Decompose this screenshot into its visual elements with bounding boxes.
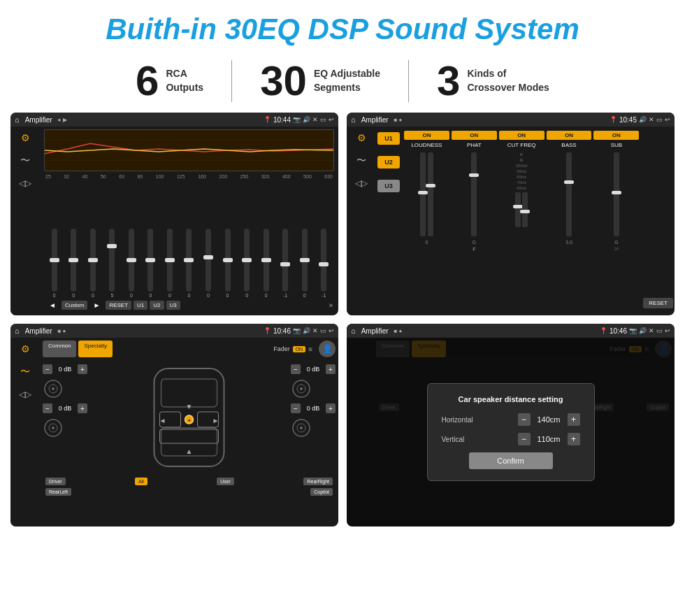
right-db-val-1: 0 dB [303,366,324,373]
dialog-home-icon: ⌂ [351,327,356,335]
crossover-vol-ctrl-icon[interactable]: ◁▷ [355,178,368,188]
crossover-content: ⚙ 〜 ◁▷ U1 U2 U3 ON LOUDNESS [347,127,675,315]
fader-user-icon[interactable]: 👤 [319,341,336,357]
eq-cam-icon: 📷 [293,116,301,123]
fader-bottom-labels: Driver All User RearRight [43,476,336,487]
stat-eq-label: EQ AdjustableSegments [314,67,380,94]
fader-tab-specialty[interactable]: Specialty [78,341,112,357]
eq-volume-icon[interactable]: ◁▷ [19,178,31,188]
dialog-title-bar: Amplifier [361,327,389,335]
eq-back-icon: ↩ [329,116,334,123]
fader-tab-common[interactable]: Common [43,341,76,357]
eq-bottom-bar: ◄ Custom ► RESET U1 U2 U3 » [44,298,334,313]
rearleft-btn[interactable]: RearLeft [45,488,71,496]
fader-controls-area: − 0 dB + [43,361,336,476]
left-db-val-2: 0 dB [55,405,75,412]
dialog-horizontal-label: Horizontal [442,416,473,424]
eq-content: ⚙ 〜 ◁▷ [10,127,338,315]
eq-slider-3: 0 [84,229,102,298]
right-db-minus-1[interactable]: − [291,364,301,374]
loudness-fader-l[interactable] [420,152,426,236]
sub-on-btn[interactable]: ON [593,131,639,140]
copilot-btn[interactable]: Copilot [310,488,333,496]
left-db-controls: − 0 dB + [43,361,87,476]
crossover-wave-icon[interactable]: 〜 [356,155,366,167]
fader-vol-ctrl-icon[interactable]: ◁▷ [19,389,31,399]
fader-label: Fader [273,345,290,352]
crossover-left-controls: ⚙ 〜 ◁▷ [347,127,376,315]
phat-on-btn[interactable]: ON [452,131,497,140]
dialog-vertical-plus[interactable]: + [568,433,580,445]
phat-fader[interactable] [471,152,477,236]
dialog-horizontal-control: − 140cm + [518,413,580,426]
fader-back-icon: ↩ [329,327,334,334]
eq-prev-btn[interactable]: ◄ [45,300,59,310]
phat-sub-label: F [473,247,475,252]
user-btn[interactable]: User [217,478,234,485]
u3-button[interactable]: U3 [377,180,400,192]
bass-channel: ON BASS 3.0 [547,131,592,311]
eq-custom-btn[interactable]: Custom [62,301,88,310]
left-db-minus-1[interactable]: − [43,364,52,374]
page-wrapper: Buith-in 30EQ DSP Sound System 6 RCAOutp… [0,0,685,616]
eq-wave-icon[interactable]: 〜 [20,155,30,167]
eq-filter-icon[interactable]: ⚙ [21,132,30,143]
speaker-icon-fr [291,378,336,399]
confirm-button[interactable]: Confirm [469,452,553,469]
eq-vol-icon: 🔊 [303,116,310,123]
fader-left-controls: ⚙ 〜 ◁▷ [10,338,40,527]
fader-screen-panel: ⌂ Amplifier ■ ● 📍 10:46 📷 🔊 ✕ ▭ ↩ ⚙ 〜 ◁▷ [10,324,338,527]
eq-slider-2: 0 [65,229,83,298]
right-db-plus-1[interactable]: + [326,364,336,374]
right-db-plus-2[interactable]: + [326,403,336,413]
u2-button[interactable]: U2 [377,156,400,169]
eq-u3-btn[interactable]: U3 [166,301,180,310]
rearright-btn[interactable]: RearRight [303,478,333,485]
all-btn[interactable]: All [135,478,147,485]
bass-fader[interactable] [566,152,572,236]
left-db-plus-2[interactable]: + [78,403,87,413]
cutfreq-on-btn[interactable]: ON [499,131,545,140]
eq-slider-10: 0 [219,229,237,298]
eq-slider-12: 0 [257,229,275,298]
eq-left-controls: ⚙ 〜 ◁▷ [10,127,40,315]
eq-title: Amplifier [25,116,52,124]
fader-on-row: Fader ON ≡ [273,341,312,357]
right-db-minus-2[interactable]: − [291,403,301,413]
eq-reset-btn[interactable]: RESET [106,301,131,310]
svg-text:►: ► [212,417,219,424]
dialog-horizontal-plus[interactable]: + [568,413,580,426]
left-db-val-1: 0 dB [55,366,75,373]
loudness-on-btn[interactable]: ON [404,131,449,140]
dialog-screen-panel: ⌂ Amplifier ■ ● 📍 10:46 📷 🔊 ✕ ▭ ↩ Common… [347,324,675,527]
dialog-vertical-minus[interactable]: − [518,433,531,445]
eq-u2-btn[interactable]: U2 [150,301,164,310]
cutfreq-fader-r[interactable] [522,192,528,227]
driver-btn[interactable]: Driver [45,478,66,485]
fader-wave-icon[interactable]: 〜 [20,366,30,378]
loudness-fader-r[interactable] [428,152,433,236]
dialog-horizontal-minus[interactable]: − [518,413,531,426]
speaker-icon-fl [43,378,87,399]
sub-fader[interactable] [614,152,619,236]
bass-on-btn[interactable]: ON [547,131,592,140]
dialog-overlay: Car speaker distance setting Horizontal … [347,338,675,527]
eq-time: 10:44 [273,116,291,124]
fader-on-btn[interactable]: ON [293,346,306,352]
eq-slider-4: 5 [103,229,122,298]
dialog-box-title: Car speaker distance setting [442,395,580,403]
dialog-horizontal-value: 140cm [533,415,565,424]
right-db-row-1: − 0 dB + [291,364,336,374]
svg-point-26 [300,427,303,429]
left-db-minus-2[interactable]: − [43,403,52,413]
crossover-filter-icon[interactable]: ⚙ [357,132,366,143]
bass-value: 3.0 [565,240,572,245]
crossover-status-bar: ⌂ Amplifier ■ ● 📍 10:45 🔊 ✕ ▭ ↩ [347,113,675,127]
u1-button[interactable]: U1 [377,132,400,145]
eq-slider-9: 0 [199,229,217,298]
left-db-plus-1[interactable]: + [78,364,87,374]
crossover-reset-btn[interactable]: RESET [643,298,673,308]
eq-u1-btn[interactable]: U1 [134,301,147,310]
eq-next-btn[interactable]: ► [89,300,103,310]
fader-filter-icon[interactable]: ⚙ [21,343,30,354]
